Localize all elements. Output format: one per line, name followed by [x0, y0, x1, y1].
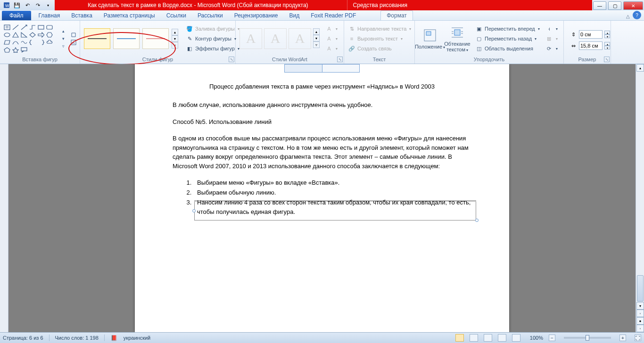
word-count[interactable]: Число слов: 1 198	[55, 335, 99, 341]
undo-icon[interactable]: ↶	[23, 1, 32, 9]
tab-format[interactable]: Формат	[380, 10, 413, 20]
zoom-out-icon[interactable]: −	[549, 335, 555, 341]
shape-star-icon[interactable]	[11, 47, 19, 54]
scroll-down-icon[interactable]: ▾	[636, 302, 644, 310]
position-button[interactable]: Положение▾	[417, 27, 443, 51]
draft-view-icon[interactable]	[512, 334, 520, 342]
zoom-level[interactable]: 100%	[530, 335, 543, 341]
styles-down-icon[interactable]: ▾	[172, 35, 178, 42]
spin-down-icon[interactable]: ▾	[604, 46, 610, 49]
shape-pentagon-icon[interactable]	[3, 47, 11, 54]
tab-review[interactable]: Рецензирование	[229, 11, 284, 20]
tab-insert[interactable]: Вставка	[66, 11, 98, 20]
next-page-icon[interactable]: ◦	[636, 325, 644, 332]
shape-arrow-icon[interactable]	[37, 32, 45, 39]
page[interactable]: Процесс добавления текста в рамке через …	[135, 64, 509, 332]
tab-mailings[interactable]: Рассылки	[192, 11, 229, 20]
tab-file[interactable]: Файл	[2, 11, 31, 20]
shapes-gallery[interactable]	[2, 23, 58, 55]
selected-shape-box[interactable]	[194, 202, 476, 220]
print-layout-view-icon[interactable]	[455, 334, 464, 342]
embedded-object[interactable]	[284, 64, 360, 73]
wa-up-icon[interactable]: ▴	[313, 28, 320, 35]
tab-layout[interactable]: Разметка страницы	[98, 11, 161, 20]
shape-ellipse-icon[interactable]	[3, 32, 11, 39]
send-backward-button[interactable]: ▢Переместить назад▾	[473, 34, 542, 43]
scroll-thumb[interactable]	[637, 275, 644, 302]
resize-handle[interactable]	[192, 209, 196, 212]
shape-triangle-icon[interactable]	[11, 32, 19, 39]
shape-right-triangle-icon[interactable]	[20, 32, 28, 39]
resize-handle[interactable]	[475, 219, 479, 222]
shape-curve-icon[interactable]	[11, 39, 19, 46]
help-icon[interactable]: ?	[633, 11, 641, 19]
dialog-launcher-icon[interactable]: ⤡	[229, 57, 234, 62]
spin-up-icon[interactable]: ▴	[604, 31, 610, 34]
vertical-ruler[interactable]	[0, 64, 8, 332]
shape-connector-icon[interactable]	[28, 24, 36, 31]
shape-callout-icon[interactable]	[20, 47, 28, 54]
vertical-scrollbar[interactable]: ▴ ▾ ◦ ● ◦	[636, 64, 644, 332]
shape-parallelogram-icon[interactable]	[3, 39, 11, 46]
shapes-more-icon[interactable]: ▾	[59, 35, 67, 42]
browse-object-icon[interactable]: ●	[636, 317, 644, 325]
shapes-more-icon[interactable]: ▴	[59, 28, 67, 35]
shape-brace2-icon[interactable]	[37, 39, 45, 46]
scroll-up-icon[interactable]: ▴	[636, 64, 644, 72]
style-swatch-2[interactable]	[113, 28, 140, 49]
selected-shape[interactable]	[194, 201, 476, 201]
proofing-icon[interactable]: 📕	[110, 334, 118, 342]
close-button[interactable]: ✕	[623, 1, 643, 10]
page-indicator[interactable]: Страница: 6 из 6	[3, 335, 43, 341]
shape-effects-button[interactable]: ◧Эффекты фигур▾	[184, 44, 241, 53]
shape-brace-icon[interactable]	[28, 39, 36, 46]
bring-forward-button[interactable]: ▣Переместить вперед▾	[473, 24, 542, 33]
tab-foxit[interactable]: Foxit Reader PDF	[305, 11, 362, 20]
rotate-button[interactable]: ⟳▾	[545, 44, 559, 53]
qat-dropdown-icon[interactable]: ▾	[43, 1, 53, 9]
align-button[interactable]: ⫞▾	[545, 24, 559, 33]
shape-outline-button[interactable]: ✎Контур фигуры▾	[184, 34, 241, 43]
shape-freeform-icon[interactable]	[20, 39, 28, 46]
shape-textbox-icon[interactable]	[3, 24, 11, 31]
width-input[interactable]	[579, 41, 603, 50]
zoom-slider[interactable]	[564, 337, 611, 339]
maximize-button[interactable]: ▢	[608, 1, 621, 10]
language-indicator[interactable]: украинский	[124, 335, 150, 341]
shape-diamond-icon[interactable]	[28, 32, 36, 39]
dialog-launcher-icon[interactable]: ⤡	[604, 57, 610, 62]
spin-up-icon[interactable]: ▴	[604, 42, 610, 46]
word-icon[interactable]: W	[2, 1, 11, 9]
save-icon[interactable]: 💾	[12, 1, 22, 9]
shape-styles-gallery[interactable]: ▴ ▾ ▿	[82, 28, 180, 49]
outline-view-icon[interactable]	[498, 334, 506, 342]
style-swatch-1[interactable]	[84, 28, 110, 49]
shape-hexagon-icon[interactable]	[45, 32, 53, 39]
styles-up-icon[interactable]: ▴	[172, 29, 178, 35]
redo-icon[interactable]: ↷	[33, 1, 42, 9]
fit-page-icon[interactable]: ⛶	[635, 335, 641, 341]
wrap-text-button[interactable]: Обтекание текстом▾	[444, 24, 471, 54]
wordart-swatch-1[interactable]: A	[239, 28, 262, 49]
style-swatch-3[interactable]	[142, 28, 169, 49]
zoom-in-icon[interactable]: +	[619, 335, 626, 341]
web-layout-view-icon[interactable]	[484, 334, 492, 342]
tab-home[interactable]: Главная	[33, 11, 66, 20]
shape-rect-icon[interactable]	[37, 24, 45, 31]
height-input[interactable]	[579, 30, 603, 39]
edit-shape-icon[interactable]	[69, 32, 78, 39]
shapes-expand-icon[interactable]: ▿	[59, 43, 67, 50]
minimize-ribbon-icon[interactable]: △	[626, 14, 630, 19]
tab-references[interactable]: Ссылки	[161, 11, 192, 20]
minimize-button[interactable]: —	[593, 1, 606, 10]
wordart-swatch-3[interactable]: A	[289, 28, 311, 49]
shape-arrow-line-icon[interactable]	[20, 24, 28, 31]
shape-line-icon[interactable]	[11, 24, 19, 31]
wordart-swatch-2[interactable]: A	[264, 28, 287, 49]
draw-textbox-icon[interactable]: A	[69, 39, 78, 46]
wa-expand-icon[interactable]: ▿	[313, 41, 320, 48]
shape-roundrect-icon[interactable]	[45, 24, 53, 31]
dialog-launcher-icon[interactable]: ⤡	[337, 57, 343, 62]
styles-expand-icon[interactable]: ▿	[172, 42, 178, 49]
wa-down-icon[interactable]: ▾	[313, 35, 320, 41]
